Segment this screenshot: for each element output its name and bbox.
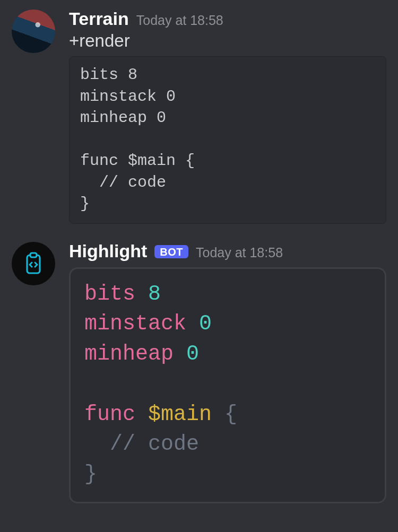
username[interactable]: Highlight — [69, 242, 147, 260]
token-kw: bits — [84, 282, 135, 306]
highlighted-code-block[interactable]: bits 8 minstack 0 minheap 0 func $main {… — [69, 267, 386, 504]
token-kw: func — [84, 403, 135, 426]
timestamp: Today at 18:58 — [196, 246, 283, 259]
token-kw: minstack — [84, 312, 186, 336]
token-num: 0 — [186, 342, 199, 366]
clipboard-code-icon — [21, 251, 46, 276]
message: Highlight BOT Today at 18:58 bits 8 mins… — [12, 242, 386, 504]
token-num: 8 — [148, 282, 161, 306]
chat-log: Terrain Today at 18:58 +render bits 8 mi… — [0, 0, 398, 515]
token-punc: } — [84, 463, 97, 486]
message-header: Terrain Today at 18:58 — [69, 10, 386, 28]
message-header: Highlight BOT Today at 18:58 — [69, 242, 386, 260]
token-punc: { — [224, 403, 237, 426]
username[interactable]: Terrain — [69, 10, 129, 28]
message: Terrain Today at 18:58 +render bits 8 mi… — [12, 10, 386, 224]
message-text: +render — [69, 31, 386, 51]
token-var: $main — [148, 403, 212, 426]
avatar[interactable] — [12, 10, 55, 53]
code-block[interactable]: bits 8 minstack 0 minheap 0 func $main {… — [69, 56, 386, 224]
avatar[interactable] — [12, 242, 55, 285]
timestamp: Today at 18:58 — [136, 14, 223, 27]
svg-rect-1 — [30, 253, 37, 257]
token-cmnt: // code — [110, 432, 199, 456]
message-body: Highlight BOT Today at 18:58 bits 8 mins… — [69, 242, 386, 504]
token-num: 0 — [199, 312, 212, 336]
message-body: Terrain Today at 18:58 +render bits 8 mi… — [69, 10, 386, 224]
bot-tag: BOT — [154, 245, 188, 258]
token-kw: minheap — [84, 342, 174, 366]
